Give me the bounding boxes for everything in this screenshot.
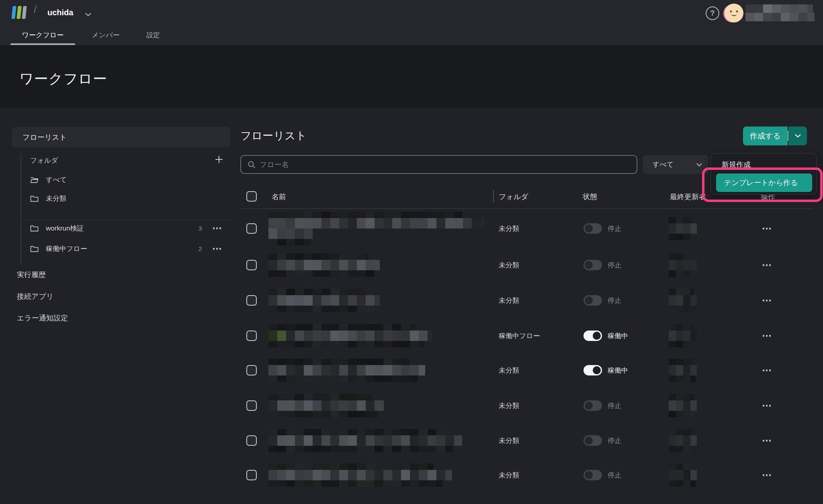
folder-label: workrun検証	[46, 224, 84, 233]
status-toggle[interactable]	[583, 400, 602, 411]
row-checkbox[interactable]	[246, 365, 257, 375]
menu-item-新規作成[interactable]: 新規作成	[716, 157, 751, 172]
row-menu-button[interactable]	[762, 335, 772, 337]
sidebar-item-エラー通知設定[interactable]: エラー通知設定	[17, 313, 68, 323]
top-bar: / uchida ? ワークフローメンバー設定	[0, 0, 823, 45]
row-menu-button[interactable]	[762, 264, 772, 266]
row-folder: 未分類	[499, 296, 519, 305]
folder-icon	[30, 245, 39, 252]
sidebar-folder-すべて[interactable]: すべて	[30, 173, 67, 186]
row-folder: 未分類	[499, 471, 519, 480]
status-toggle[interactable]	[583, 260, 602, 270]
toggle-knob	[585, 437, 593, 445]
status-toggle[interactable]	[583, 223, 602, 234]
folder-menu-button[interactable]	[212, 248, 222, 250]
folder-label: すべて	[46, 175, 67, 184]
status-filter-select[interactable]: すべて	[643, 155, 708, 174]
row-folder: 未分類	[499, 366, 519, 375]
tab-設定[interactable]: 設定	[135, 25, 171, 45]
updated-by-redacted	[669, 463, 697, 487]
status-toggle[interactable]	[583, 470, 602, 480]
workspace-chevron-down-icon[interactable]	[85, 11, 91, 18]
sidebar-folder-未分類[interactable]: 未分類	[30, 192, 66, 204]
status-toggle[interactable]	[583, 295, 602, 306]
create-dropdown-menu: 新規作成テンプレートから作る	[710, 153, 817, 195]
row-checkbox[interactable]	[246, 260, 257, 270]
row-checkbox[interactable]	[246, 435, 257, 446]
status-toggle[interactable]	[583, 435, 602, 446]
status-label: 稼働中	[608, 331, 628, 341]
status-toggle[interactable]	[583, 365, 602, 375]
column-separator	[493, 190, 494, 203]
sidebar-folder-workrun検証[interactable]: workrun検証	[30, 222, 84, 234]
sidebar-item-label: フローリスト	[23, 133, 67, 142]
status-toggle[interactable]	[583, 331, 602, 341]
workspace-name[interactable]: uchida	[47, 8, 73, 17]
flow-name-redacted	[268, 212, 484, 245]
breadcrumb-separator: /	[34, 3, 37, 16]
status-label: 停止	[608, 224, 621, 233]
user-name-redacted	[745, 4, 815, 21]
updated-by-redacted	[669, 289, 697, 312]
toggle-knob	[585, 296, 593, 304]
column-header-フォルダ: フォルダ	[499, 192, 528, 202]
sidebar-item-実行履歴[interactable]: 実行履歴	[17, 270, 46, 280]
sidebar-folder-稼働中フロー[interactable]: 稼働中フロー	[30, 243, 87, 255]
search-icon	[248, 161, 256, 169]
status-label: 停止	[608, 401, 621, 410]
help-icon[interactable]: ?	[706, 6, 719, 20]
column-header-名前: 名前	[272, 192, 286, 202]
tab-メンバー[interactable]: メンバー	[82, 25, 129, 45]
folder-label: 未分類	[46, 194, 66, 203]
updated-by-redacted	[669, 253, 697, 277]
flow-name-redacted	[268, 289, 380, 312]
row-menu-button[interactable]	[762, 474, 772, 476]
flow-name-redacted	[268, 324, 432, 347]
create-menu-chevron-down-icon[interactable]	[788, 127, 807, 145]
row-checkbox[interactable]	[246, 223, 257, 234]
folder-count: 2	[199, 243, 202, 255]
tab-ワークフロー[interactable]: ワークフロー	[10, 25, 75, 45]
row-folder: 稼働中フロー	[499, 331, 540, 341]
row-checkbox[interactable]	[246, 295, 257, 306]
row-menu-button[interactable]	[762, 369, 772, 371]
filter-chevron-down-icon	[696, 161, 702, 169]
folder-count: 3	[199, 222, 202, 234]
updated-by-redacted	[669, 217, 697, 240]
folders-section-label: フォルダ	[30, 156, 58, 165]
toggle-knob	[593, 332, 601, 340]
row-checkbox[interactable]	[246, 470, 257, 480]
workflow-app: / uchida ? ワークフローメンバー設定 ワークフロー フローリスト フォ…	[0, 0, 823, 504]
row-menu-button[interactable]	[762, 228, 772, 230]
menu-item-テンプレートから作る[interactable]: テンプレートから作る	[716, 173, 812, 192]
select-all-checkbox[interactable]	[246, 191, 257, 202]
row-menu-button[interactable]	[762, 300, 772, 302]
folder-menu-button[interactable]	[212, 227, 222, 229]
flow-name-redacted	[268, 463, 452, 487]
row-menu-button[interactable]	[762, 440, 772, 442]
status-label: 停止	[608, 471, 621, 480]
column-header-状態: 状態	[583, 192, 597, 202]
flow-name-redacted	[268, 394, 384, 417]
status-label: 停止	[608, 436, 621, 445]
sidebar-item-接続アプリ[interactable]: 接続アプリ	[17, 292, 53, 301]
add-folder-button[interactable]	[214, 154, 224, 165]
app-logo-icon[interactable]	[12, 6, 26, 19]
sidebar-item-flow-list[interactable]: フローリスト	[12, 127, 230, 147]
list-heading: フローリスト	[240, 129, 307, 143]
toggle-knob	[585, 261, 593, 269]
create-button[interactable]: 作成する	[743, 127, 788, 145]
row-folder: 未分類	[499, 224, 519, 233]
flow-name-redacted	[268, 253, 380, 277]
flow-name-redacted	[268, 429, 462, 452]
row-menu-button[interactable]	[762, 405, 772, 407]
search-input[interactable]: フロー名	[240, 155, 637, 174]
avatar[interactable]	[725, 4, 743, 22]
avatar-face	[725, 4, 743, 22]
row-checkbox[interactable]	[246, 331, 257, 341]
filter-value: すべて	[653, 160, 674, 169]
updated-by-redacted	[669, 394, 697, 417]
search-placeholder: フロー名	[260, 160, 289, 169]
row-checkbox[interactable]	[246, 400, 257, 411]
sidebar-divider	[23, 220, 230, 220]
